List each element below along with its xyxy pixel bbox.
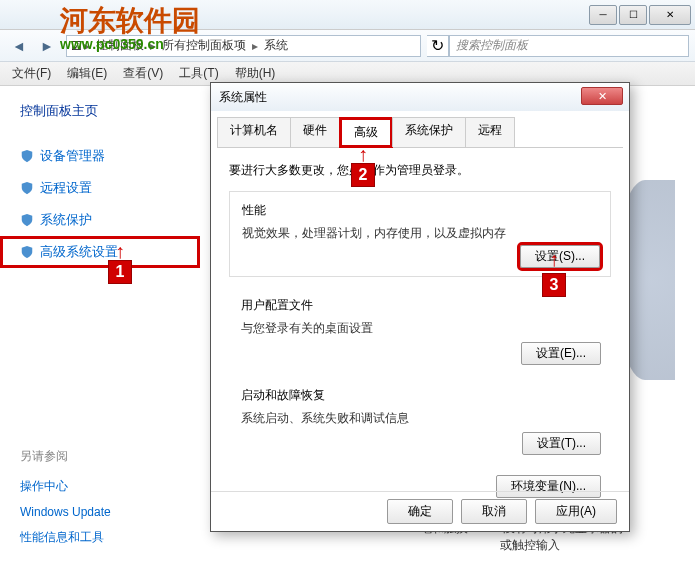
shield-icon (20, 181, 34, 195)
cancel-button[interactable]: 取消 (461, 499, 527, 524)
back-button[interactable]: ◄ (6, 34, 32, 58)
sidebar-link-performance[interactable]: 性能信息和工具 (20, 524, 180, 551)
annotation-arrow-3: ↑ (549, 248, 559, 271)
sidebar-link-action-center[interactable]: 操作中心 (20, 473, 180, 500)
window-title-bar: ─ ☐ ✕ (0, 0, 695, 30)
refresh-button[interactable]: ↻ (427, 35, 449, 57)
performance-settings-button[interactable]: 设置(S)... (520, 245, 600, 268)
breadcrumb[interactable]: ☑ ▸ 控制面板 ▸ 所有控制面板项 ▸ 系统 (66, 35, 421, 57)
sidebar-item-device-manager[interactable]: 设备管理器 (0, 140, 200, 172)
annotation-1: 1 (108, 260, 132, 284)
sidebar-item-protection[interactable]: 系统保护 (0, 204, 200, 236)
recovery-group: 启动和故障恢复 系统启动、系统失败和调试信息 设置(T)... (229, 385, 611, 463)
system-properties-dialog: 系统属性 ✕ 计算机名 硬件 高级 系统保护 远程 要进行大多数更改，您必须作为… (210, 82, 630, 532)
tab-remote[interactable]: 远程 (465, 117, 515, 147)
sidebar-section-title: 另请参阅 (20, 448, 180, 465)
menu-view[interactable]: 查看(V) (115, 61, 171, 86)
dialog-close-button[interactable]: ✕ (581, 87, 623, 105)
sidebar: 控制面板主页 设备管理器 远程设置 系统保护 高级系统设置 另请参阅 操作中心 … (0, 86, 200, 565)
forward-button[interactable]: ► (34, 34, 60, 58)
search-input[interactable]: 搜索控制面板 (449, 35, 689, 57)
tabs: 计算机名 硬件 高级 系统保护 远程 (217, 117, 623, 148)
shield-icon (20, 213, 34, 227)
annotation-arrow-1: ↑ (115, 240, 125, 263)
tab-content: 要进行大多数更改，您必须作为管理员登录。 性能 视觉效果，处理器计划，内存使用，… (211, 148, 629, 512)
sidebar-item-advanced-settings[interactable]: 高级系统设置 (0, 236, 200, 268)
nav-bar: ◄ ► ☑ ▸ 控制面板 ▸ 所有控制面板项 ▸ 系统 ↻ 搜索控制面板 (0, 30, 695, 62)
minimize-button[interactable]: ─ (589, 5, 617, 25)
annotation-arrow-2: ↑ (358, 143, 368, 166)
maximize-button[interactable]: ☐ (619, 5, 647, 25)
tab-hardware[interactable]: 硬件 (290, 117, 340, 147)
shield-icon (20, 245, 34, 259)
sidebar-item-remote[interactable]: 远程设置 (0, 172, 200, 204)
intro-text: 要进行大多数更改，您必须作为管理员登录。 (229, 162, 611, 179)
sidebar-title[interactable]: 控制面板主页 (0, 96, 200, 126)
menu-file[interactable]: 文件(F) (4, 61, 59, 86)
dialog-footer: 确定 取消 应用(A) (211, 491, 629, 531)
annotation-3: 3 (542, 273, 566, 297)
control-panel-icon: ☑ (71, 39, 82, 53)
profile-settings-button[interactable]: 设置(E)... (521, 342, 601, 365)
sidebar-link-windows-update[interactable]: Windows Update (20, 500, 180, 524)
profile-group: 用户配置文件 与您登录有关的桌面设置 设置(E)... (229, 295, 611, 373)
shield-icon (20, 149, 34, 163)
menu-edit[interactable]: 编辑(E) (59, 61, 115, 86)
close-button[interactable]: ✕ (649, 5, 691, 25)
tab-protection[interactable]: 系统保护 (392, 117, 466, 147)
dialog-title-bar: 系统属性 ✕ (211, 83, 629, 111)
recovery-settings-button[interactable]: 设置(T)... (522, 432, 601, 455)
annotation-2: 2 (351, 163, 375, 187)
apply-button[interactable]: 应用(A) (535, 499, 617, 524)
tab-computer-name[interactable]: 计算机名 (217, 117, 291, 147)
ok-button[interactable]: 确定 (387, 499, 453, 524)
